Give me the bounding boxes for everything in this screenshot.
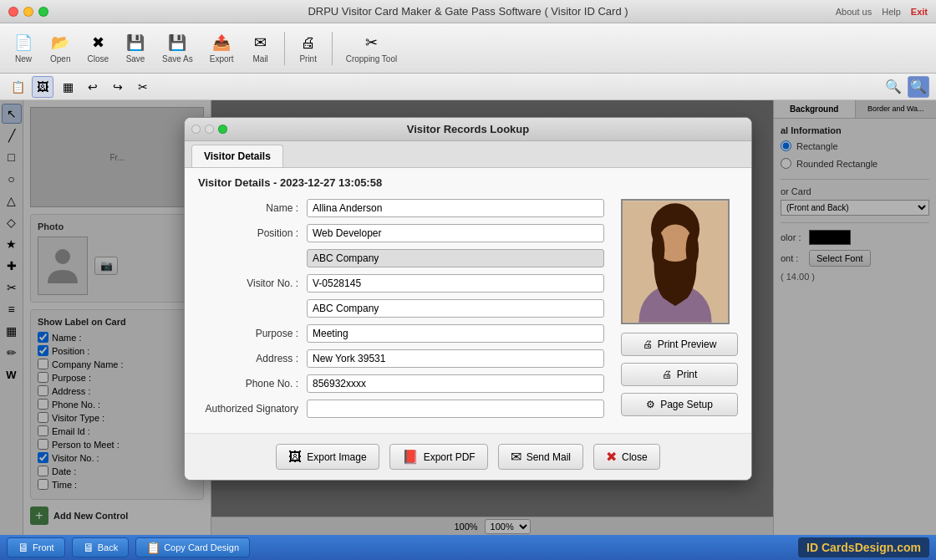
app-title: DRPU Visitor Card Maker & Gate Pass Soft… [308,5,628,18]
company2-input[interactable] [307,299,604,318]
minimize-window-btn[interactable] [23,7,33,17]
zoom-in-btn[interactable]: 🔍 [883,76,904,98]
label-address-dlg: Address : [198,353,307,364]
purpose-input[interactable] [307,324,604,343]
visitor-details-tab[interactable]: Visitor Details [191,145,283,167]
close-label: Close [87,54,109,64]
dialog-traffic-lights [191,125,227,134]
label-name-dlg: Name : [198,202,307,214]
address-input[interactable] [307,349,604,368]
barcode-btn[interactable]: ▦ [57,76,79,98]
print-label: Print [299,54,317,64]
open-icon: 📂 [50,33,70,53]
toolbar-separator [284,32,285,65]
print-label: Print [677,369,698,380]
dialog-actions: 🖼 Export Image 📕 Export PDF ✉ Send Mail … [185,433,751,480]
dialog-title-bar: Visitor Records Lookup [185,118,751,141]
label-purpose-dlg: Purpose : [198,328,307,339]
dialog-tl1[interactable] [191,125,201,134]
print-icon: 🖨 [662,369,672,380]
mail-button[interactable]: ✉ Mail [244,29,277,67]
visitor-photo [621,199,730,324]
main-toolbar: 📄 New 📂 Open ✖ Close 💾 Save 💾 Save As 📤 … [0,23,936,74]
zoom-active-btn[interactable]: 🔍 [908,76,929,98]
close-button[interactable]: ✖ Close [80,29,115,67]
back-button[interactable]: 🖥 Back [72,537,129,557]
dialog-tl3[interactable] [218,125,227,134]
form-row-auth-sig: Authorized Signatory [198,400,604,418]
export-label: Export [210,54,234,64]
front-label: Front [33,542,54,552]
open-label: Open [50,54,70,64]
brand-logo: ID CardsDesign.com [798,537,929,557]
bottom-bar: 🖥 Front 🖥 Back 📋 Copy Card Design ID Car… [0,535,936,560]
save-as-icon: 💾 [167,33,187,53]
dialog-title-text: Visitor Records Lookup [407,123,529,135]
close-dialog-icon: ✖ [606,449,617,465]
cropping-button[interactable]: ✂ Cropping Tool [339,29,404,67]
delete-btn[interactable]: ✂ [132,76,154,98]
copy-card-button[interactable]: 📋 Copy Card Design [135,537,250,557]
exit-btn[interactable]: Exit [911,7,928,17]
page-setup-label: Page Setup [660,399,713,410]
cropping-label: Cropping Tool [346,54,398,64]
visitor-records-dialog: Visitor Records Lookup Visitor Details V… [184,117,752,481]
print-button[interactable]: 🖨 Print [621,363,738,386]
export-image-label: Export Image [307,451,366,463]
export-pdf-label: Export PDF [424,451,476,463]
save-button[interactable]: 💾 Save [119,29,152,67]
form-row-purpose: Purpose : [198,324,604,343]
maximize-window-btn[interactable] [38,7,48,17]
image-btn[interactable]: 🖼 [32,76,53,98]
close-icon: ✖ [88,33,108,53]
export-pdf-icon: 📕 [402,449,419,465]
close-window-btn[interactable] [8,7,18,17]
export-pdf-button[interactable]: 📕 Export PDF [389,444,488,470]
company1-input[interactable] [307,249,604,267]
copy-icon: 📋 [146,541,160,554]
dialog-right: 🖨 Print Preview 🖨 Print ⚙ Page Setup [621,199,738,425]
export-image-button[interactable]: 🖼 Export Image [276,444,379,470]
send-mail-button[interactable]: ✉ Send Mail [498,444,583,470]
form-row-visitor-no: Visitor No. : [198,274,604,293]
open-button[interactable]: 📂 Open [43,29,77,67]
export-button[interactable]: 📤 Export [203,29,241,67]
print-button[interactable]: 🖨 Print [292,29,325,67]
position-input[interactable] [307,224,604,242]
auth-sig-input[interactable] [307,400,604,418]
save-label: Save [126,54,145,64]
label-visitor-no-dlg: Visitor No. : [198,277,307,289]
form-row-company1 [198,249,604,267]
front-button[interactable]: 🖥 Front [7,537,65,557]
main-area: ↖ ╱ □ ○ △ ◇ ★ ✚ ✂ ≡ ▦ ✏ W Fr... Photo [0,100,936,535]
brand-highlight: Design.com [855,541,921,554]
page-setup-button[interactable]: ⚙ Page Setup [621,393,738,416]
dialog-tl2[interactable] [205,125,214,134]
print-icon: 🖨 [298,33,318,53]
send-mail-label: Send Mail [526,451,571,463]
form-row-phone: Phone No. : [198,374,604,393]
page-setup-icon: ⚙ [646,399,655,410]
back-icon: 🖥 [83,541,94,554]
save-as-button[interactable]: 💾 Save As [155,29,200,67]
close-dialog-button[interactable]: ✖ Close [593,444,660,470]
visitor-no-input[interactable] [307,274,604,293]
page-btn[interactable]: 📋 [7,76,28,98]
traffic-lights[interactable] [8,7,48,17]
label-auth-sig: Authorized Signatory [198,403,307,415]
help-btn[interactable]: Help [882,7,901,17]
export-icon: 📤 [211,33,231,53]
form-row-name: Name : [198,199,604,217]
print-preview-button[interactable]: 🖨 Print Preview [621,333,738,356]
new-button[interactable]: 📄 New [7,29,40,67]
dialog-content: Visitor Details - 2023-12-27 13:05:58 Na… [185,168,751,433]
phone-input[interactable] [307,374,604,393]
print-preview-icon: 🖨 [643,339,653,350]
back-label: Back [98,542,118,552]
label-phone-dlg: Phone No. : [198,378,307,389]
about-btn[interactable]: About us [836,7,872,17]
redo-btn[interactable]: ↪ [107,76,129,98]
close-dialog-label: Close [622,451,648,463]
name-input[interactable] [307,199,604,217]
undo-btn[interactable]: ↩ [82,76,104,98]
